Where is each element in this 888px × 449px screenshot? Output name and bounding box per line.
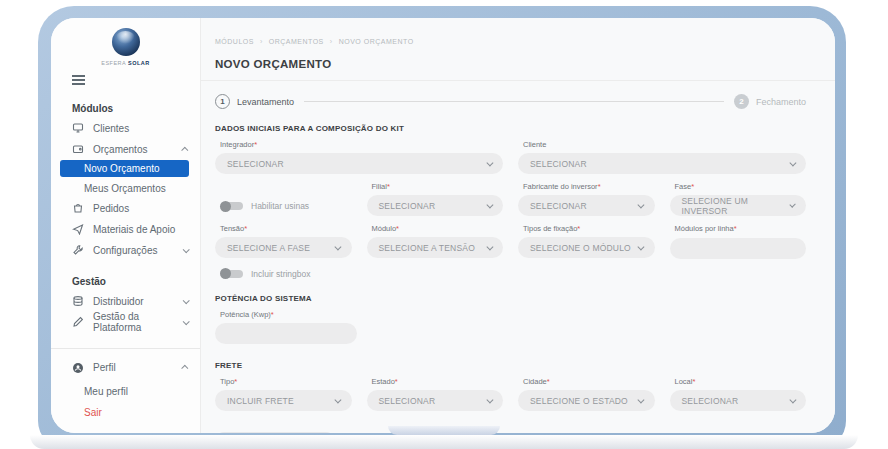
hamburger-menu-icon[interactable] <box>72 75 85 88</box>
sidebar-item-label: Distribuidor <box>93 296 174 307</box>
page-title: NOVO ORÇAMENTO <box>215 58 806 80</box>
frete-cidade-select[interactable]: SELECIONE O ESTADO <box>518 390 655 411</box>
required-marker: * <box>271 310 274 319</box>
field-cliente: Cliente SELECIONAR <box>518 140 806 174</box>
sidebar-item-materiais-de-apoio[interactable]: Materiais de Apoio <box>51 219 200 240</box>
sidebar-item-perfil[interactable]: Perfil <box>51 357 200 378</box>
wrench-icon <box>72 244 84 256</box>
sidebar-item-novo-orcamento[interactable]: Novo Orçamento <box>60 160 189 177</box>
select-value: SELECIONE A TENSÃO <box>379 243 476 253</box>
required-marker: * <box>244 224 247 233</box>
logo-sphere-icon <box>112 28 140 56</box>
integrador-select[interactable]: SELECIONAR <box>215 153 503 174</box>
chevron-down-icon <box>789 160 795 166</box>
chevron-down-icon <box>335 397 341 403</box>
required-marker: * <box>395 377 398 386</box>
sidebar-item-meu-perfil[interactable]: Meu perfil <box>51 382 200 400</box>
field-integrador: Integrador* SELECIONAR <box>215 140 503 174</box>
frete-tipo-select[interactable]: INCLUIR FRETE <box>215 390 352 411</box>
breadcrumb-item-orcamentos[interactable]: ORÇAMENTOS <box>269 38 324 45</box>
field-label: Módulo* <box>372 224 504 233</box>
field-modulo: Módulo* SELECIONE A TENSÃO <box>367 224 504 259</box>
chevron-down-icon <box>638 202 644 208</box>
sidebar-section-gestao: Gestão <box>72 276 200 287</box>
required-marker: * <box>598 182 601 191</box>
modulo-select[interactable]: SELECIONE A TENSÃO <box>367 237 504 258</box>
incluir-stringbox-toggle[interactable]: Incluir stringbox <box>222 269 806 279</box>
field-label: Tensão* <box>220 224 352 233</box>
sidebar-item-sair[interactable]: Sair <box>51 403 200 421</box>
potencia-input[interactable] <box>215 323 357 344</box>
brand-logo[interactable]: ESFERA SOLAR <box>51 28 200 66</box>
form-row-1: Integrador* SELECIONAR Cliente SELECIONA… <box>215 140 806 174</box>
field-label: Cliente <box>523 140 806 149</box>
title-divider <box>201 80 835 81</box>
toggle-label: Habilitar usinas <box>251 201 309 211</box>
sidebar-item-label: Perfil <box>93 362 174 373</box>
send-icon <box>72 223 84 235</box>
sidebar-item-distribuidor[interactable]: Distribuidor <box>51 291 200 312</box>
form-row-3: Tensão* SELECIONE A FASE Módulo* SELECIO… <box>215 224 806 259</box>
frete-estado-select[interactable]: SELECIONAR <box>367 390 504 411</box>
sidebar-item-label: Pedidos <box>93 203 188 214</box>
breadcrumb: MÓDULOS › ORÇAMENTOS › NOVO ORÇAMENTO <box>215 38 806 45</box>
field-tensao: Tensão* SELECIONE A FASE <box>215 224 352 259</box>
filial-select[interactable]: SELECIONAR <box>367 195 504 216</box>
field-fabricante-inversor: Fabricante do inversor* SELECIONAR <box>518 182 655 216</box>
main-content: MÓDULOS › ORÇAMENTOS › NOVO ORÇAMENTO NO… <box>201 18 835 433</box>
chevron-down-icon <box>486 202 492 208</box>
monitor-icon <box>72 122 84 134</box>
fase-select[interactable]: SELECIONE UM INVERSOR <box>670 195 807 216</box>
field-fase: Fase* SELECIONE UM INVERSOR <box>670 182 807 216</box>
chevron-down-icon <box>183 297 190 304</box>
select-value: SELECIONE A FASE <box>227 243 310 253</box>
required-marker: * <box>234 377 237 386</box>
habilitar-usinas-toggle[interactable]: Habilitar usinas <box>222 201 352 211</box>
form-row-2: Habilitar usinas Filial* SELECIONAR Fabr… <box>215 182 806 216</box>
sidebar-item-configuracoes[interactable]: Configurações <box>51 240 200 261</box>
sidebar-item-meus-orcamentos[interactable]: Meus Orçamentos <box>51 180 200 198</box>
sidebar-item-pedidos[interactable]: Pedidos <box>51 198 200 219</box>
database-icon <box>72 295 84 307</box>
toggle-track <box>222 202 243 210</box>
user-icon <box>72 362 84 374</box>
breadcrumb-item-modulos[interactable]: MÓDULOS <box>215 38 254 45</box>
form-row-frete: Tipo* INCLUIR FRETE Estado* SELECIONAR <box>215 377 806 411</box>
dimensionar-projeto-button[interactable]: Dimensionar projeto <box>215 432 335 433</box>
sidebar-section-modules: Módulos <box>72 103 200 114</box>
tensao-select[interactable]: SELECIONE A FASE <box>215 237 352 258</box>
select-value: SELECIONAR <box>379 396 436 406</box>
required-marker: * <box>547 377 550 386</box>
sidebar-item-clientes[interactable]: Clientes <box>51 118 200 139</box>
chevron-down-icon <box>486 397 492 403</box>
sidebar-item-gestao-da-plataforma[interactable]: Gestão da Plataforma <box>51 312 200 333</box>
chevron-down-icon <box>183 318 190 325</box>
brand-name-light: ESFERA <box>101 60 126 66</box>
toggle-knob <box>220 268 231 279</box>
cliente-select[interactable]: SELECIONAR <box>518 153 806 174</box>
required-marker: * <box>396 224 399 233</box>
laptop-base-notch <box>388 426 500 435</box>
sidebar-item-label: Orçamentos <box>93 144 174 155</box>
step-2-label: Fechamento <box>756 97 806 107</box>
sidebar: ESFERA SOLAR Módulos Clientes Orçamentos… <box>51 18 201 433</box>
breadcrumb-separator: › <box>330 38 333 45</box>
chevron-down-icon <box>789 397 795 403</box>
sidebar-item-orcamentos[interactable]: Orçamentos <box>51 139 200 160</box>
wallet-icon <box>72 143 84 155</box>
select-value: SELECIONAR <box>379 201 436 211</box>
sidebar-item-label: Clientes <box>93 123 188 134</box>
bag-icon <box>72 202 84 214</box>
tipos-fixacao-select[interactable]: SELECIONE O MÓDULO <box>518 237 655 258</box>
field-frete-local: Local* SELECIONAR <box>670 377 807 411</box>
field-frete-cidade: Cidade* SELECIONE O ESTADO <box>518 377 655 411</box>
sidebar-profile-block: Perfil Meu perfil Sair <box>51 348 200 433</box>
pencil-icon <box>72 316 84 328</box>
required-marker: * <box>254 140 257 149</box>
brand-name-bold: SOLAR <box>128 60 150 66</box>
frete-local-select[interactable]: SELECIONAR <box>670 390 807 411</box>
modulos-por-linha-input[interactable] <box>670 238 807 259</box>
section-title-kit: DADOS INICIAIS PARA A COMPOSIÇÃO DO KIT <box>215 124 806 133</box>
fabricante-inversor-select[interactable]: SELECIONAR <box>518 195 655 216</box>
field-label: Módulos por linha* <box>675 224 807 233</box>
